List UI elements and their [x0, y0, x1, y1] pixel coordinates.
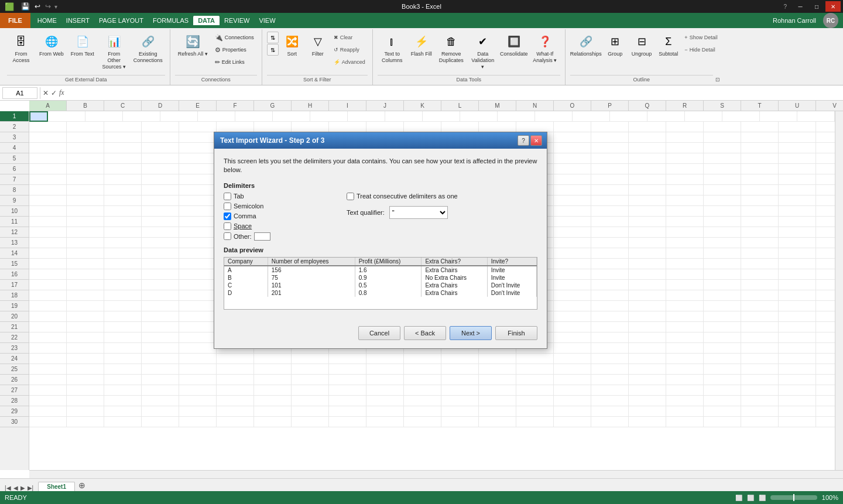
dialog-body: This screen lets you set the delimiters … [214, 149, 547, 324]
dialog-footer: Cancel < Back Next > Finish [214, 324, 547, 348]
data-preview-section: Data preview Company Number of employees… [224, 246, 537, 310]
tab-checkbox-label[interactable]: Tab [224, 193, 311, 200]
back-button[interactable]: < Back [404, 326, 446, 340]
dialog-overlay: Text Import Wizard - Step 2 of 3 ? ✕ Thi… [0, 0, 843, 504]
treat-consecutive-checkbox[interactable] [347, 193, 354, 200]
preview-cell-c-chairs: Extra Chairs [422, 282, 487, 289]
preview-table: Company Number of employees Profit (£Mil… [224, 258, 537, 297]
preview-header-company: Company [224, 258, 268, 266]
preview-cell-c-company: C [224, 282, 268, 289]
data-preview-table-wrap[interactable]: Company Number of employees Profit (£Mil… [224, 257, 537, 310]
preview-cell-d-chairs: Extra Chairs [422, 289, 487, 297]
comma-checkbox-label[interactable]: Comma [224, 212, 311, 220]
preview-cell-b-invite: Invite [487, 274, 536, 282]
dialog-close-button[interactable]: ✕ [530, 135, 542, 146]
treat-consecutive-text: Treat consecutive delimiters as one [357, 193, 458, 200]
text-qualifier-label: Text qualifier: [347, 209, 385, 216]
preview-row-a: A 156 1.6 Extra Chairs Invite [224, 266, 537, 274]
preview-cell-b-chairs: No Extra Chairs [422, 274, 487, 282]
delimiter-options-right: Treat consecutive delimiters as one Text… [347, 193, 458, 241]
data-preview-label: Data preview [224, 246, 537, 253]
finish-button[interactable]: Finish [495, 326, 537, 340]
preview-header-employees: Number of employees [268, 258, 355, 266]
cancel-button[interactable]: Cancel [358, 326, 400, 340]
other-checkbox[interactable] [224, 232, 231, 240]
preview-cell-d-company: D [224, 289, 268, 297]
delimiter-checkboxes: Tab Semicolon Comma Space [224, 193, 311, 241]
delimiters-label: Delimiters [224, 182, 537, 189]
semicolon-checkbox[interactable] [224, 203, 231, 210]
preview-header-profit: Profit (£Millions) [355, 258, 422, 266]
preview-cell-b-profit: 0.9 [355, 274, 422, 282]
preview-cell-c-profit: 0.5 [355, 282, 422, 289]
dialog-titlebar: Text Import Wizard - Step 2 of 3 ? ✕ [214, 132, 547, 149]
text-import-wizard-dialog: Text Import Wizard - Step 2 of 3 ? ✕ Thi… [214, 132, 547, 349]
text-qualifier-select[interactable]: " ' {none} [389, 206, 448, 219]
preview-header-invite: Invite? [487, 258, 536, 266]
semicolon-label: Semicolon [234, 203, 263, 210]
next-button[interactable]: Next > [450, 326, 492, 340]
dialog-description: This screen lets you set the delimiters … [224, 157, 537, 175]
preview-header-chairs: Extra Chairs? [422, 258, 487, 266]
space-label: Space [234, 222, 252, 229]
dialog-title-controls: ? ✕ [518, 135, 542, 146]
space-checkbox-label[interactable]: Space [224, 222, 311, 230]
preview-cell-a-invite: Invite [487, 266, 536, 274]
dialog-title: Text Import Wizard - Step 2 of 3 [220, 136, 324, 145]
space-checkbox[interactable] [224, 222, 231, 230]
delimiters-section: Delimiters Tab Semicolon [224, 182, 537, 241]
treat-consecutive-label[interactable]: Treat consecutive delimiters as one [347, 193, 458, 200]
comma-checkbox[interactable] [224, 212, 231, 220]
preview-cell-b-company: B [224, 274, 268, 282]
preview-cell-d-employees: 201 [268, 289, 355, 297]
preview-header-row: Company Number of employees Profit (£Mil… [224, 258, 537, 266]
preview-cell-d-invite: Don't Invite [487, 289, 536, 297]
tab-checkbox[interactable] [224, 193, 231, 200]
preview-cell-c-employees: 101 [268, 282, 355, 289]
preview-row-b: B 75 0.9 No Extra Chairs Invite [224, 274, 537, 282]
preview-cell-a-profit: 1.6 [355, 266, 422, 274]
delimiters-row: Tab Semicolon Comma Space [224, 193, 537, 241]
preview-row-c: C 101 0.5 Extra Chairs Don't Invite [224, 282, 537, 289]
other-text-input[interactable] [254, 232, 270, 241]
comma-label: Comma [234, 212, 256, 220]
preview-cell-a-employees: 156 [268, 266, 355, 274]
other-label: Other: [234, 233, 252, 240]
text-qualifier-row: Text qualifier: " ' {none} [347, 206, 458, 219]
dialog-help-button[interactable]: ? [518, 135, 529, 146]
tab-label: Tab [234, 193, 244, 200]
preview-cell-d-profit: 0.8 [355, 289, 422, 297]
semicolon-checkbox-label[interactable]: Semicolon [224, 203, 311, 210]
other-checkbox-label[interactable]: Other: [224, 232, 311, 241]
preview-row-d: D 201 0.8 Extra Chairs Don't Invite [224, 289, 537, 297]
preview-cell-c-invite: Don't Invite [487, 282, 536, 289]
preview-cell-a-company: A [224, 266, 268, 274]
preview-cell-b-employees: 75 [268, 274, 355, 282]
preview-cell-a-chairs: Extra Chairs [422, 266, 487, 274]
